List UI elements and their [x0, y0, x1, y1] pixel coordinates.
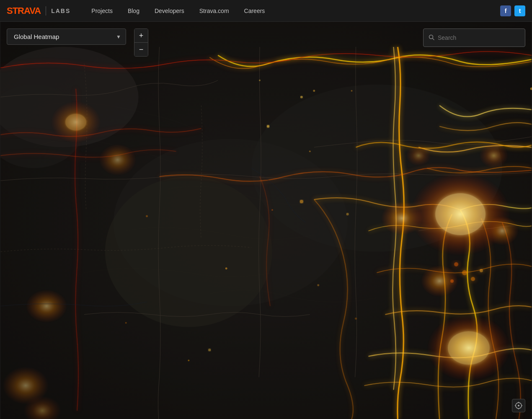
svg-point-47: [518, 405, 519, 406]
svg-point-24: [300, 96, 303, 98]
svg-point-35: [313, 90, 315, 92]
svg-point-14: [479, 143, 509, 168]
nav-strava-com[interactable]: Strava.com: [192, 0, 237, 22]
logo-divider: [46, 6, 46, 16]
svg-point-25: [225, 267, 227, 269]
svg-point-39: [454, 262, 458, 266]
heatmap-dropdown[interactable]: Global Heatmap Running Cycling Water Win…: [7, 28, 126, 45]
search-icon: [429, 34, 434, 41]
search-input[interactable]: [438, 34, 520, 41]
svg-point-17: [65, 114, 86, 131]
svg-point-41: [450, 279, 454, 283]
zoom-in-button[interactable]: +: [134, 29, 148, 42]
nav-blog[interactable]: Blog: [120, 0, 147, 22]
location-button[interactable]: [512, 399, 525, 412]
twitter-icon[interactable]: t: [514, 5, 525, 16]
navbar: STRAVA LABS Projects Blog Developers Str…: [0, 0, 532, 22]
svg-point-23: [300, 200, 303, 203]
nav-developers[interactable]: Developers: [147, 0, 192, 22]
svg-point-10: [448, 331, 490, 365]
logo-area: STRAVA LABS: [7, 5, 70, 16]
svg-point-28: [146, 215, 148, 217]
nav-projects[interactable]: Projects: [84, 0, 120, 22]
heatmap-svg: [0, 22, 532, 419]
nav-careers[interactable]: Careers: [237, 0, 273, 22]
strava-wordmark: STRAVA: [7, 5, 41, 16]
facebook-icon[interactable]: f: [500, 5, 511, 16]
svg-point-8: [435, 193, 486, 235]
zoom-out-button[interactable]: −: [134, 43, 148, 56]
svg-point-40: [462, 270, 467, 275]
svg-line-45: [433, 38, 434, 40]
svg-point-12: [486, 216, 519, 246]
strava-logo: STRAVA: [7, 5, 41, 16]
svg-point-43: [480, 269, 483, 272]
svg-point-29: [125, 322, 127, 323]
svg-point-33: [355, 318, 357, 320]
svg-point-36: [351, 90, 353, 92]
svg-point-34: [271, 209, 273, 211]
social-icons: f t: [500, 5, 525, 16]
map-container[interactable]: Global Heatmap Running Cycling Water Win…: [0, 22, 532, 419]
svg-point-15: [406, 145, 431, 166]
svg-point-42: [471, 277, 475, 281]
svg-point-19: [26, 290, 67, 323]
svg-point-26: [208, 349, 211, 351]
zoom-controls: + −: [134, 28, 148, 57]
svg-point-37: [259, 80, 261, 81]
map-selector: Global Heatmap Running Cycling Water Win…: [7, 28, 126, 45]
svg-point-30: [309, 150, 311, 152]
svg-point-22: [267, 125, 269, 127]
search-box: [423, 28, 525, 47]
svg-point-11: [381, 202, 423, 235]
svg-point-18: [99, 144, 137, 176]
svg-point-27: [188, 360, 189, 361]
svg-point-32: [317, 284, 319, 286]
labs-wordmark: LABS: [51, 8, 70, 14]
svg-point-31: [346, 213, 349, 215]
nav-links: Projects Blog Developers Strava.com Care…: [84, 0, 500, 22]
